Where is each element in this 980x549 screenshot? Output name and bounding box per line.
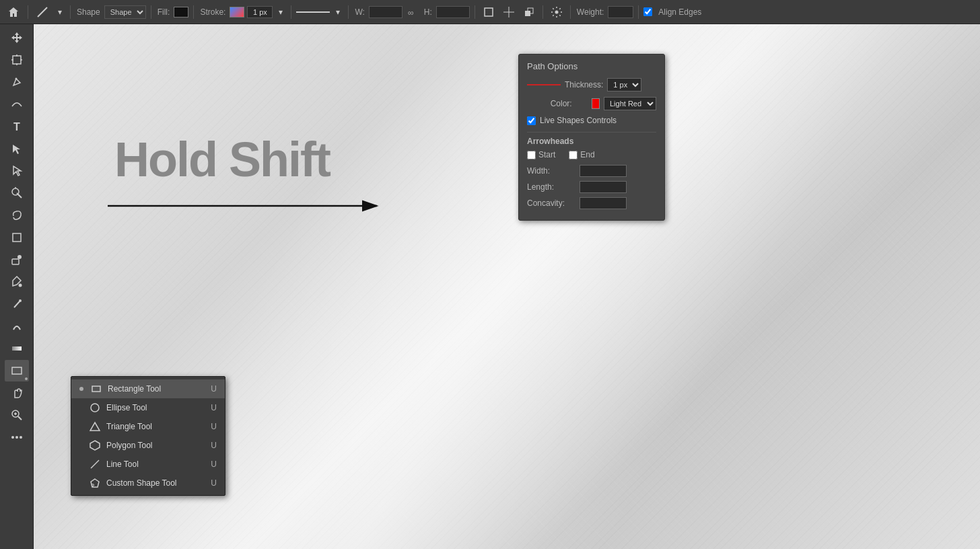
svg-point-14 [15, 78, 17, 80]
start-checkbox[interactable] [527, 151, 536, 159]
triangle-key: U [211, 422, 217, 431]
separator [151, 5, 151, 19]
arrowhead-row: Start End [527, 150, 656, 159]
arrow-width-input[interactable]: 5 px [580, 165, 627, 177]
top-toolbar: ▾ Shape Shape Fill: Stroke: ▾ ▾ W: 0 px … [0, 0, 980, 24]
width-label: W: [355, 7, 364, 17]
fill-swatch[interactable] [174, 7, 188, 17]
svg-line-28 [18, 416, 22, 420]
divider [527, 132, 656, 133]
gradient-tool[interactable] [5, 338, 29, 359]
triangle-tool-label: Triangle Tool [106, 422, 152, 431]
width-input[interactable]: 0 px [369, 6, 403, 18]
weight-input[interactable]: 1 px [608, 6, 633, 18]
height-input[interactable]: 0 px [436, 6, 470, 18]
move-tool[interactable] [5, 27, 29, 48]
thickness-select[interactable]: 1 px 2 px 3 px [607, 78, 641, 92]
magic-wand-tool[interactable] [5, 182, 29, 204]
color-row: Color: Light Red Red Blue [527, 97, 656, 110]
distribute-button[interactable] [500, 5, 518, 20]
crop-tool[interactable] [5, 227, 29, 248]
svg-point-24 [19, 299, 22, 302]
live-shapes-row: Live Shapes Controls [527, 116, 656, 125]
svg-rect-26 [12, 367, 22, 374]
stroke-swatch[interactable] [230, 7, 244, 17]
svg-rect-20 [12, 259, 19, 264]
artboard-tool[interactable] [5, 49, 29, 71]
separator [570, 5, 571, 19]
svg-point-17 [12, 188, 19, 195]
path-options-title: Path Options [527, 61, 656, 71]
pen-mode-dropdown[interactable]: ▾ [55, 5, 65, 19]
svg-point-8 [555, 10, 558, 13]
arrow-length-input[interactable]: 10 px [580, 181, 627, 193]
type-tool[interactable]: T [5, 116, 29, 137]
stroke-options-dropdown[interactable]: ▾ [275, 5, 286, 19]
end-arrowhead[interactable]: End [569, 150, 594, 159]
separator [348, 5, 349, 19]
rectangle-icon [90, 383, 102, 395]
pen-mode-button[interactable] [33, 4, 52, 20]
shape-dropdown[interactable]: Shape [104, 5, 146, 19]
paint-bucket-tool[interactable] [5, 271, 29, 293]
home-button[interactable] [4, 4, 23, 20]
menu-item-custom-shape[interactable]: Custom Shape Tool U [71, 474, 225, 492]
concavity-input[interactable]: 0% [580, 197, 627, 209]
svg-line-23 [14, 301, 20, 307]
zoom-tool[interactable] [5, 404, 29, 426]
end-label: End [580, 150, 594, 159]
align-edges-checkbox[interactable] [643, 7, 652, 16]
menu-item-triangle[interactable]: Triangle Tool U [71, 417, 225, 436]
start-label: Start [538, 150, 555, 159]
arrange-button[interactable] [520, 5, 538, 20]
width-param-row: Width: 5 px [527, 165, 656, 177]
separator [638, 5, 639, 19]
separator [70, 5, 71, 19]
brush-tool[interactable] [5, 293, 29, 315]
svg-point-41 [92, 484, 94, 486]
lasso-tool[interactable] [5, 205, 29, 226]
ellipse-key: U [211, 403, 217, 412]
live-shapes-checkbox[interactable] [527, 116, 536, 125]
menu-item-polygon[interactable]: Polygon Tool U [71, 436, 225, 455]
svg-rect-36 [92, 386, 100, 392]
rectangle-key: U [211, 384, 217, 394]
active-indicator [79, 387, 83, 391]
separator [475, 5, 475, 19]
menu-item-ellipse[interactable]: Ellipse Tool U [71, 398, 225, 417]
shape-label: Shape [77, 7, 100, 17]
pen-tool[interactable] [5, 71, 29, 93]
eyedropper-tool[interactable] [5, 249, 29, 270]
concavity-param-row: Concavity: 0% [527, 197, 656, 209]
menu-item-line[interactable]: Line Tool U [71, 455, 225, 474]
end-checkbox[interactable] [569, 151, 578, 159]
color-swatch[interactable] [592, 98, 600, 109]
smudge-tool[interactable] [5, 316, 29, 337]
svg-point-22 [18, 284, 22, 287]
curvature-tool[interactable] [5, 94, 29, 115]
color-select[interactable]: Light Red Red Blue [604, 97, 656, 110]
more-tools[interactable] [5, 427, 29, 448]
shape-tool[interactable] [5, 360, 29, 381]
menu-item-rectangle[interactable]: Rectangle Tool U [71, 379, 225, 398]
line-key: U [211, 460, 217, 469]
thickness-row: Thickness: 1 px 2 px 3 px [527, 78, 656, 92]
link-icon: ∞ [405, 6, 420, 18]
stroke-label: Stroke: [200, 7, 225, 17]
settings-button[interactable] [548, 5, 565, 20]
stroke-width-input[interactable] [247, 6, 273, 18]
svg-rect-9 [13, 56, 21, 64]
stroke-style-dropdown[interactable]: ▾ [332, 5, 343, 19]
hand-tool[interactable] [5, 382, 29, 404]
context-menu: Rectangle Tool U Ellipse Tool U Triangle… [71, 376, 225, 496]
color-label: Color: [551, 99, 588, 108]
arrow-length-label: Length: [527, 182, 575, 192]
start-arrowhead[interactable]: Start [527, 150, 555, 159]
concavity-label: Concavity: [527, 198, 575, 208]
svg-point-32 [15, 436, 18, 439]
svg-point-33 [20, 436, 22, 439]
path-selection-tool[interactable] [5, 138, 29, 159]
align-button[interactable] [480, 5, 497, 20]
direct-selection-tool[interactable] [5, 160, 29, 182]
thickness-label: Thickness: [565, 80, 603, 89]
